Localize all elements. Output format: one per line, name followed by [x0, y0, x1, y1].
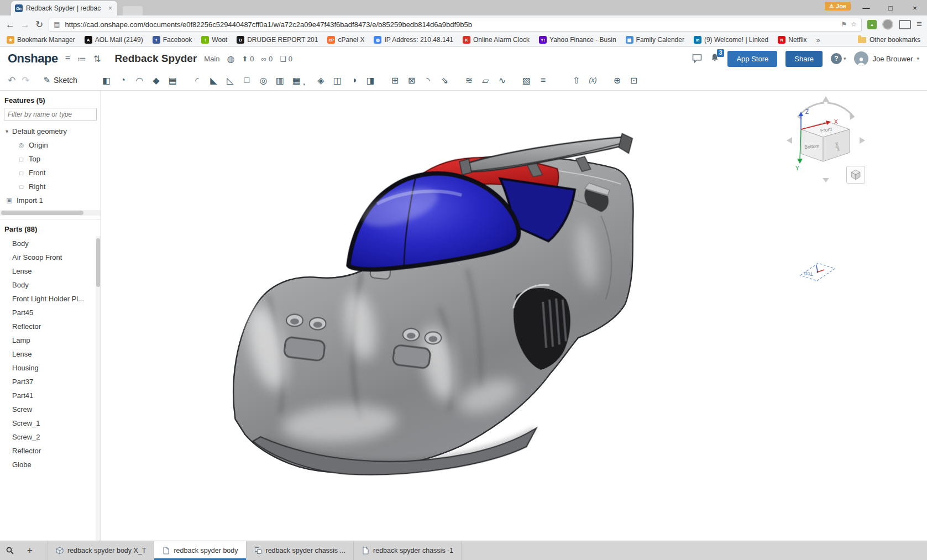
loft-icon[interactable]: ◆ — [149, 73, 164, 88]
parts-list-item[interactable]: Lense — [0, 264, 101, 278]
parts-list-item[interactable]: Part37 — [0, 375, 101, 389]
extension-icon[interactable]: ▲ — [867, 20, 877, 29]
tab-close-icon[interactable]: × — [107, 4, 113, 12]
profile-badge[interactable]: ⚠ Joe — [825, 2, 851, 11]
split-icon[interactable]: ◨ — [363, 73, 378, 88]
bookmark-aol-mail[interactable]: A AOL Mail (2149) — [85, 36, 143, 44]
parts-list-item[interactable]: Part45 — [0, 306, 101, 320]
chrome-menu-icon[interactable]: ≡ — [916, 19, 921, 30]
url-input[interactable] — [64, 20, 837, 29]
new-tab-button[interactable] — [123, 6, 143, 15]
page-action-icon[interactable]: ⚑ — [841, 20, 847, 28]
draft-icon[interactable]: ◺ — [223, 73, 238, 88]
scrollbar-thumb[interactable] — [96, 238, 100, 287]
transform-icon[interactable]: ⊞ — [387, 73, 402, 88]
parts-list-item[interactable]: Screw_2 — [0, 430, 101, 444]
revolve-icon[interactable]: ◔ — [116, 73, 130, 88]
tab-redback-spyder-chassis[interactable]: redback spyder chassis ... — [247, 541, 354, 560]
rotate-left-arrow[interactable] — [787, 137, 792, 144]
parts-list-item[interactable]: Air Scoop Front — [0, 250, 101, 264]
bookmark-woot[interactable]: ! Woot — [201, 36, 227, 44]
follow-mode-icon[interactable]: ⇅ — [93, 54, 101, 64]
delete-part-icon[interactable]: ⊠ — [404, 73, 419, 88]
chevron-down-icon[interactable]: ▾ — [6, 128, 8, 134]
helix-icon[interactable]: ∿ — [495, 73, 510, 88]
browser-tab[interactable]: On Redback Spyder | redbac × — [11, 1, 117, 15]
parts-list-item[interactable]: Part41 — [0, 389, 101, 402]
isometric-view-button[interactable] — [846, 166, 865, 184]
parts-vertical-scrollbar[interactable] — [96, 236, 101, 541]
redo-icon[interactable]: ↷ — [19, 75, 32, 86]
layers-icon[interactable]: ≡ — [536, 73, 551, 88]
rotate-down-arrow[interactable] — [823, 178, 829, 182]
url-bar[interactable]: ▤ ⚑ ☆ — [49, 18, 862, 32]
variable-icon[interactable]: (x) — [585, 73, 600, 88]
share-button[interactable]: Share — [785, 51, 823, 67]
frame-icon[interactable]: ⊡ — [626, 73, 641, 88]
parts-list-item[interactable]: Screw — [0, 402, 101, 416]
bookmark-star-icon[interactable]: ☆ — [851, 20, 857, 28]
tab-manager-icon[interactable] — [0, 541, 20, 560]
viewport-3d[interactable]: Front Bottom Right Z X Y — [101, 91, 927, 541]
notifications-bell[interactable]: 3 — [710, 53, 719, 65]
hole-icon[interactable]: ◎ — [256, 73, 271, 88]
bookmark-drudge-report[interactable]: D DRUDGE REPORT 201 — [237, 36, 318, 44]
tab-redback-spyder-body-xt[interactable]: redback spyder body X_T — [48, 541, 154, 560]
headlight-recess[interactable] — [392, 344, 431, 369]
sketch-plane-widget[interactable]: Top — [798, 253, 837, 286]
rib-icon[interactable]: ▥ — [273, 73, 287, 88]
boolean-icon[interactable]: ◑ — [347, 73, 362, 88]
close-button[interactable]: × — [903, 0, 927, 15]
default-geometry-group[interactable]: ▾ Default geometry — [0, 124, 101, 138]
extrude-icon[interactable]: ◧ — [99, 73, 114, 88]
forks-stat[interactable]: ❏ 0 — [280, 55, 292, 63]
maximize-button[interactable]: □ — [878, 0, 903, 15]
fillet-icon[interactable]: ◜ — [190, 73, 205, 88]
rotate-right-arrow[interactable] — [860, 137, 865, 144]
headlight-recess[interactable] — [284, 337, 325, 361]
sketch-button[interactable]: ✎ Sketch — [40, 75, 81, 86]
rotate-up-arrow[interactable] — [823, 96, 829, 102]
parts-list-item[interactable]: Reflector — [0, 444, 101, 458]
back-button[interactable]: ← — [6, 20, 15, 29]
chamfer-icon[interactable]: ◣ — [206, 73, 221, 88]
shell-icon[interactable]: □ — [239, 73, 254, 88]
likes-stat[interactable]: ⬆ 0 — [242, 55, 254, 63]
bookmark-yahoo-finance[interactable]: Y! Yahoo Finance - Busin — [539, 36, 616, 44]
sweep-icon[interactable]: ◠ — [132, 73, 147, 88]
bookmark-ip-address[interactable]: ◍ IP Address: 210.48.141 — [374, 36, 453, 44]
bookmark-alarm-clock[interactable]: K Online Alarm Clock — [463, 36, 530, 44]
feature-item-top[interactable]: □ Top — [0, 152, 101, 166]
mass-properties-icon[interactable] — [552, 73, 567, 88]
bookmarks-overflow-icon[interactable]: » — [816, 36, 820, 44]
scrollbar-thumb[interactable] — [1, 211, 83, 215]
versions-icon[interactable]: ≔ — [77, 54, 86, 64]
mirror-icon[interactable]: ◫ — [330, 73, 345, 88]
parts-list-item[interactable]: Body — [0, 278, 101, 292]
thicken-icon[interactable]: ▤ — [165, 73, 180, 88]
tab-redback-spyder-body[interactable]: redback spyder body — [154, 541, 246, 560]
onshape-logo[interactable]: Onshape — [8, 51, 58, 66]
feature-filter-input[interactable] — [4, 108, 97, 121]
links-stat[interactable]: ∞ 0 — [261, 55, 273, 63]
feature-item-origin[interactable]: ◎ Origin — [0, 138, 101, 152]
parts-list-item[interactable]: Lense — [0, 347, 101, 361]
workspace-name[interactable]: Main — [204, 55, 219, 63]
plane-icon[interactable]: ▱ — [478, 73, 493, 88]
user-menu[interactable]: Joe Brouwer ▾ — [854, 51, 919, 66]
main-menu-icon[interactable]: ≡ — [65, 54, 70, 64]
circular-pattern-icon[interactable]: ◈ — [313, 73, 328, 88]
parts-list-item[interactable]: Screw_1 — [0, 416, 101, 430]
parts-list-item[interactable]: Reflector — [0, 320, 101, 333]
cast-icon[interactable] — [899, 20, 911, 29]
tab-redback-spyder-chassis-1[interactable]: redback spyder chassis -1 — [354, 541, 462, 560]
dropdown-caret-icon[interactable]: ▾ — [303, 82, 305, 87]
parts-list-item[interactable]: Lamp — [0, 333, 101, 347]
bookmark-manager[interactable]: ★ Bookmark Manager — [7, 36, 75, 44]
features-horizontal-scrollbar[interactable] — [0, 210, 101, 216]
bookmark-netflix[interactable]: N Netflix — [778, 36, 806, 44]
parts-list-item[interactable]: Globe — [0, 458, 101, 472]
add-element-button[interactable]: + — [20, 541, 40, 560]
feature-item-front[interactable]: □ Front — [0, 166, 101, 180]
extension-icon[interactable] — [882, 19, 893, 30]
